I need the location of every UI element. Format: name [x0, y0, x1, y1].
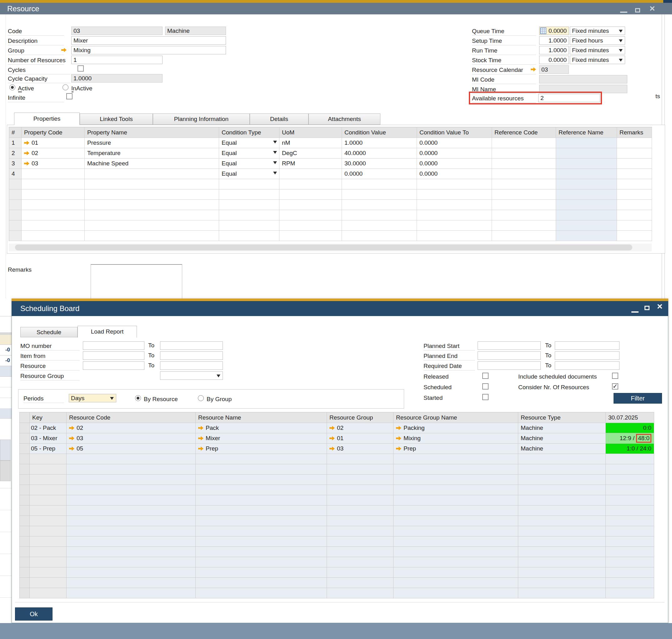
link-arrow-icon[interactable]	[24, 151, 29, 155]
resource-name-cell[interactable]	[196, 505, 327, 516]
condition-value-to-cell[interactable]	[417, 200, 492, 210]
condition-value-to-cell[interactable]	[417, 220, 492, 231]
col-header[interactable]: #	[9, 127, 21, 138]
link-arrow-icon[interactable]	[198, 447, 203, 451]
reference-name-cell[interactable]	[556, 220, 617, 231]
link-arrow-icon[interactable]	[329, 447, 335, 451]
planned-end-from-input[interactable]	[478, 352, 541, 360]
resource-group-name-cell[interactable]	[393, 567, 518, 578]
resource-group-name-cell[interactable]	[393, 485, 518, 495]
resource-group-cell[interactable]	[327, 516, 393, 526]
load-cell[interactable]	[606, 505, 654, 516]
description-field[interactable]: Mixer	[71, 36, 226, 45]
load-cell[interactable]	[606, 567, 654, 578]
condition-type-select[interactable]: Equal	[219, 158, 279, 169]
row-number[interactable]	[9, 210, 21, 220]
resource-code-cell[interactable]	[66, 495, 196, 505]
row-header[interactable]	[20, 536, 30, 547]
minimize-icon[interactable]	[631, 311, 639, 313]
resource-titlebar[interactable]: Resource ×	[0, 3, 672, 14]
resource-from-input[interactable]	[83, 361, 144, 370]
col-header[interactable]: UoM	[279, 127, 342, 138]
uom-cell[interactable]	[279, 179, 342, 189]
ok-button[interactable]: Ok	[15, 607, 52, 621]
resource-code-cell[interactable]	[66, 516, 196, 526]
item-from-input[interactable]	[83, 352, 144, 360]
row-number[interactable]: 1	[9, 138, 21, 148]
condition-value-to-cell[interactable]: 0.0000	[417, 148, 492, 158]
condition-value-to-cell[interactable]	[417, 189, 492, 200]
resource-group-cell[interactable]	[327, 505, 393, 516]
tab-attachments[interactable]: Attachments	[309, 113, 380, 125]
property-code-cell[interactable]	[21, 179, 85, 189]
col-header[interactable]: Remarks	[617, 127, 652, 138]
condition-value-cell[interactable]	[342, 220, 417, 231]
resource-type-cell[interactable]: Machine	[518, 433, 606, 443]
condition-type-cell[interactable]	[219, 189, 279, 200]
link-arrow-icon[interactable]	[198, 426, 203, 430]
key-cell[interactable]	[30, 536, 66, 547]
property-name-cell[interactable]	[85, 189, 219, 200]
resource-name-cell[interactable]	[196, 464, 327, 474]
col-header[interactable]: Resource Group Name	[393, 412, 518, 423]
resource-group-cell[interactable]	[327, 485, 393, 495]
reference-name-cell[interactable]	[556, 169, 617, 179]
planned-start-from-input[interactable]	[478, 341, 541, 350]
resource-name-cell[interactable]	[196, 547, 327, 557]
row-number[interactable]: 2	[9, 148, 21, 158]
resource-code-cell[interactable]	[66, 526, 196, 536]
col-header-date[interactable]: 30.07.2025	[606, 412, 654, 423]
resource-name-cell[interactable]	[196, 474, 327, 485]
property-code-cell[interactable]: 03	[21, 158, 85, 169]
resource-name-cell[interactable]: Pack	[196, 423, 327, 433]
maximize-icon[interactable]	[635, 8, 640, 13]
uom-cell[interactable]	[279, 231, 342, 241]
resource-group-cell[interactable]: 02	[327, 423, 393, 433]
row-header[interactable]	[20, 516, 30, 526]
property-code-cell[interactable]	[21, 231, 85, 241]
resource-type-cell[interactable]	[518, 557, 606, 567]
resource-group-name-cell[interactable]	[393, 588, 518, 598]
mo-number-to-input[interactable]	[160, 341, 223, 350]
resource-code-cell[interactable]: 03	[66, 433, 196, 443]
key-cell[interactable]: 05 - Prep	[30, 443, 66, 454]
mo-number-from-input[interactable]	[83, 341, 144, 350]
condition-value-cell[interactable]	[342, 179, 417, 189]
resource-group-name-cell[interactable]	[393, 536, 518, 547]
condition-value-to-cell[interactable]	[417, 210, 492, 220]
row-header[interactable]	[20, 443, 30, 454]
property-name-cell[interactable]	[85, 179, 219, 189]
row-header[interactable]	[20, 578, 30, 588]
col-header[interactable]: Key	[30, 412, 66, 423]
resource-code-cell[interactable]	[66, 578, 196, 588]
load-cell[interactable]	[606, 588, 654, 598]
resource-group-name-cell[interactable]	[393, 557, 518, 567]
uom-cell[interactable]: RPM	[279, 158, 342, 169]
resource-name-cell[interactable]	[196, 557, 327, 567]
resource-code-cell[interactable]: 02	[66, 423, 196, 433]
load-cell[interactable]: 0:0	[606, 423, 654, 433]
uom-cell[interactable]	[279, 210, 342, 220]
condition-value-cell[interactable]: 40.0000	[342, 148, 417, 158]
resource-group-cell[interactable]	[327, 588, 393, 598]
resource-code-cell[interactable]	[66, 536, 196, 547]
property-name-cell[interactable]: Temperature	[85, 148, 219, 158]
started-checkbox[interactable]	[482, 394, 488, 400]
released-checkbox[interactable]	[482, 373, 488, 379]
uom-cell[interactable]	[279, 189, 342, 200]
resource-group-cell[interactable]	[327, 578, 393, 588]
property-name-cell[interactable]	[85, 200, 219, 210]
row-number[interactable]: 3	[9, 158, 21, 169]
resource-group-select[interactable]	[160, 371, 223, 380]
link-arrow-icon[interactable]	[329, 436, 335, 440]
reference-code-cell[interactable]	[492, 148, 556, 158]
resource-type-cell[interactable]	[518, 547, 606, 557]
condition-value-cell[interactable]: 1.0000	[342, 138, 417, 148]
resource-code-cell[interactable]	[66, 474, 196, 485]
run-time-field[interactable]: 1.0000	[539, 46, 569, 54]
resource-group-cell[interactable]	[327, 536, 393, 547]
scheduling-board-titlebar[interactable]: Scheduling Board ×	[12, 301, 668, 316]
property-name-cell[interactable]	[85, 231, 219, 241]
remarks-cell[interactable]	[617, 179, 652, 189]
resource-group-cell[interactable]	[327, 567, 393, 578]
